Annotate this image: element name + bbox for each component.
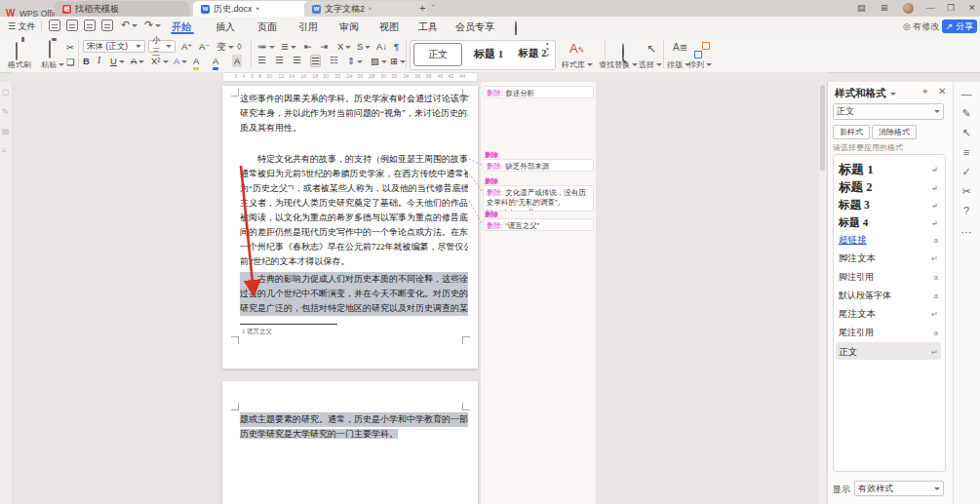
text-line[interactable]: 一个州纪事《春秋志》早在公元前722年就被编纂，尽管仅公元 (240, 240, 468, 254)
text-line[interactable]: 质及其有用性。 (240, 121, 468, 136)
clear-format-icon[interactable]: ◊ (237, 40, 242, 53)
menu-tab-tools[interactable]: 工具 (418, 20, 438, 34)
paragraph-2[interactable]: 特定文化共有的故事，的支持（例如亚瑟王周围的故事）， 通常被归为元前5世纪的希腊… (240, 152, 468, 269)
arrange-label[interactable]: 排列 (688, 59, 712, 70)
proofing-check-icon[interactable]: ✓ (960, 166, 973, 178)
tab-list-caret-icon[interactable]: ˇ (432, 3, 435, 12)
tab-docer-template[interactable]: 稻 找稻壳模板 (55, 1, 189, 17)
style-normal-cell[interactable]: 正文 (413, 43, 462, 66)
text-line[interactable]: 间的差距仍然是现代历史写作中的一个争论点或方法。在东亚， (240, 225, 468, 240)
style-item-heading3[interactable]: 标题 3↵ (839, 198, 938, 213)
menu-tab-member[interactable]: 会员专享 (455, 20, 494, 34)
bookmark-pane-icon[interactable]: ▤ (2, 127, 10, 136)
pin-icon[interactable]: ⌖ (922, 86, 928, 97)
document-scrollbar-thumb[interactable] (820, 85, 825, 171)
increase-indent-icon[interactable]: ⇥ (320, 40, 328, 53)
align-center-icon[interactable]: ☰ (275, 55, 284, 65)
show-marks-icon[interactable]: ¶ (394, 40, 399, 53)
paste-label[interactable]: 粘贴 (41, 59, 64, 70)
bullets-icon[interactable]: ≔ (257, 40, 275, 53)
text-line[interactable]: 为“历史之父”¹，或者被某些人称为，以及他的当代修昔底德 (240, 181, 468, 196)
outline-pane-icon[interactable]: ≡ (2, 146, 7, 155)
collapse-panel-icon[interactable]: — (960, 88, 973, 99)
shrink-font-icon[interactable]: A⁻ (199, 40, 210, 53)
font-family-select[interactable]: 宋体 (正文) (83, 40, 145, 53)
asian-layout-icon[interactable]: X (337, 40, 351, 53)
nav-pane-icon[interactable]: ▢ (2, 88, 10, 97)
style-item-endnote-ref[interactable]: 尾注引用a (839, 327, 938, 339)
clear-format-button[interactable]: 清除格式 (872, 125, 917, 139)
close-panel-icon[interactable]: ✕ (938, 86, 946, 97)
style-heading1-cell[interactable]: 标题 1 (466, 43, 511, 64)
text-line[interactable]: 前2世纪的文本才得以保存。 (240, 254, 468, 269)
char-shading-icon[interactable]: A (232, 55, 242, 67)
file-menu[interactable]: ☰ 文件 (8, 20, 36, 33)
new-style-button[interactable]: 新样式 (833, 125, 870, 139)
line-spacing-icon[interactable]: ⇕ (347, 55, 363, 67)
revision-comment[interactable]: 删除: 缺乏外部来源 (483, 159, 594, 172)
format-painter-label[interactable]: 格式刷 (8, 59, 31, 70)
align-right-icon[interactable]: ☰ (293, 55, 301, 65)
paragraph-1[interactable]: 这些事件的因果关系的学科。历史学家有时会通过讨论该学科的 研究本身，并以此作为对… (240, 92, 468, 136)
select-tool-icon[interactable]: ↖ (960, 127, 973, 139)
tab-history-docx[interactable]: W 历史.docx • (193, 1, 314, 17)
paragraph-3-continued[interactable]: 题或主题要素的研究。通常，历史是小学和中学教育的一部分， 历史学研究是大学研究的… (240, 412, 468, 442)
align-justify-icon[interactable]: ☰ (310, 55, 321, 67)
typeset-label[interactable]: 排版 (667, 59, 690, 70)
style-item-normal[interactable]: 正文↵ (839, 346, 938, 359)
scissors-icon[interactable]: ✂ (960, 185, 973, 198)
grow-font-icon[interactable]: A⁺ (181, 40, 192, 53)
help-icon[interactable]: ? (960, 205, 973, 216)
text-line[interactable]: 特定文化共有的故事，的支持（例如亚瑟王周围的故事）， (240, 152, 468, 167)
find-replace-label[interactable]: 查找替换 (599, 59, 638, 70)
cut-icon[interactable]: ✂ (66, 41, 74, 54)
style-library-label[interactable]: 样式库 (562, 59, 593, 70)
footnote-text[interactable]: 1 谎言之父 (242, 328, 272, 336)
font-size-select[interactable]: 小三 (148, 40, 176, 53)
close-button[interactable]: ✕ (968, 3, 976, 13)
selected-text-line[interactable]: 历史学研究是大学研究的一门主要学科。 (240, 427, 468, 442)
print-preview-icon[interactable] (101, 19, 113, 31)
text-line[interactable]: 研究本身，并以此作为对当前问题的“视角”，来讨论历史的本 (240, 106, 468, 121)
tab-document2[interactable]: W 文字文稿2 • (304, 1, 427, 17)
more-tools-icon[interactable]: ⋯ (960, 226, 973, 239)
style-item-footnote-text[interactable]: 脚注文本↵ (839, 252, 938, 265)
superscript-button[interactable]: X² (151, 55, 169, 67)
paragraph-3-selected[interactable]: 古典的影响力促成人们对历史本质的不同诠释，这些诠释在 过去的几个世纪中不断演变，… (240, 272, 468, 316)
share-button[interactable]: ↗分享 (942, 19, 977, 33)
sort-icon[interactable]: A↓ (376, 40, 387, 53)
select-label[interactable]: 选择 (639, 59, 662, 70)
current-style-select[interactable]: 正文 (833, 103, 944, 120)
select-cursor-icon[interactable]: ↖ (647, 42, 656, 56)
workspace-icon[interactable]: ▤ (857, 3, 866, 13)
style-item-endnote-text[interactable]: 尾注文本↵ (839, 308, 938, 321)
maximize-button[interactable]: ❐ (947, 3, 955, 13)
edit-pen-icon[interactable]: ✎ (2, 107, 9, 116)
show-styles-select[interactable]: 有效样式 (854, 481, 944, 496)
section-icon[interactable]: S (357, 40, 371, 53)
bold-button[interactable]: B (83, 55, 90, 67)
style-item-heading4[interactable]: 标题 4↵ (839, 215, 938, 230)
new-tab-button[interactable]: + (419, 2, 425, 14)
shading-fill-icon[interactable]: ▨ (371, 55, 387, 67)
style-item-heading1[interactable]: 标题 1↵ (839, 161, 938, 178)
undo-icon[interactable]: ↶ (121, 19, 137, 31)
align-left-icon[interactable]: ☰ (257, 55, 266, 65)
document-page-2[interactable] (222, 381, 478, 504)
selected-text-line[interactable]: 题或主题要素的研究。通常，历史是小学和中学教育的一部分， (240, 412, 468, 427)
redo-icon[interactable]: ↷ (144, 19, 161, 31)
numbering-icon[interactable]: ≣ (281, 40, 296, 53)
typeset-icon[interactable]: A≣ (673, 42, 687, 53)
menu-tab-review[interactable]: 审阅 (339, 20, 359, 34)
properties-slider-icon[interactable]: ≡ (960, 146, 973, 158)
distribute-icon[interactable]: ☷ (330, 55, 338, 65)
format-painter-icon[interactable] (16, 42, 18, 60)
revision-comment[interactable]: 删除: “谎言之父” (483, 218, 594, 231)
export-pdf-icon[interactable] (66, 19, 78, 31)
print-icon[interactable] (84, 19, 96, 31)
gallery-scroll-arrows[interactable]: ▴▾≡ (546, 40, 549, 58)
italic-button[interactable]: I (98, 55, 100, 67)
selected-text-line[interactable]: 古典的影响力促成人们对历史本质的不同诠释，这些诠释在 (240, 272, 468, 287)
avatar[interactable] (903, 3, 914, 14)
style-item-hyperlink[interactable]: 超链接a (839, 234, 938, 247)
